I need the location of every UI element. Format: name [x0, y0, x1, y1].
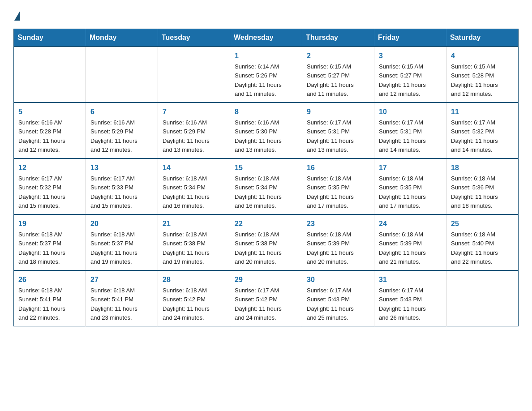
calendar-day-cell: 19Sunrise: 6:18 AM Sunset: 5:37 PM Dayli…	[14, 214, 86, 270]
calendar-day-cell: 3Sunrise: 6:15 AM Sunset: 5:27 PM Daylig…	[374, 47, 446, 103]
day-info: Sunrise: 6:18 AM Sunset: 5:39 PM Dayligh…	[307, 231, 354, 265]
calendar-day-cell: 8Sunrise: 6:16 AM Sunset: 5:30 PM Daylig…	[230, 103, 302, 158]
day-info: Sunrise: 6:18 AM Sunset: 5:34 PM Dayligh…	[235, 175, 282, 209]
day-number: 5	[18, 107, 81, 117]
day-number: 26	[18, 274, 81, 285]
day-info: Sunrise: 6:14 AM Sunset: 5:26 PM Dayligh…	[235, 63, 282, 97]
calendar-day-cell: 28Sunrise: 6:18 AM Sunset: 5:42 PM Dayli…	[158, 270, 230, 326]
day-number: 25	[451, 218, 514, 229]
calendar-day-cell: 23Sunrise: 6:18 AM Sunset: 5:39 PM Dayli…	[302, 214, 374, 270]
day-of-week-header-thursday: Thursday	[302, 29, 374, 47]
day-number: 13	[90, 163, 153, 173]
day-number: 30	[307, 274, 369, 285]
day-info: Sunrise: 6:18 AM Sunset: 5:38 PM Dayligh…	[235, 231, 282, 265]
calendar-empty-cell	[158, 47, 230, 103]
day-info: Sunrise: 6:15 AM Sunset: 5:27 PM Dayligh…	[307, 63, 354, 97]
day-of-week-header-saturday: Saturday	[446, 29, 519, 47]
day-info: Sunrise: 6:17 AM Sunset: 5:32 PM Dayligh…	[18, 175, 65, 209]
day-info: Sunrise: 6:16 AM Sunset: 5:28 PM Dayligh…	[18, 119, 65, 153]
calendar-empty-cell	[86, 47, 158, 103]
calendar-day-cell: 2Sunrise: 6:15 AM Sunset: 5:27 PM Daylig…	[302, 47, 374, 103]
calendar-day-cell: 13Sunrise: 6:17 AM Sunset: 5:33 PM Dayli…	[86, 158, 158, 214]
day-number: 28	[163, 274, 225, 285]
day-info: Sunrise: 6:17 AM Sunset: 5:31 PM Dayligh…	[379, 119, 426, 153]
day-info: Sunrise: 6:18 AM Sunset: 5:41 PM Dayligh…	[90, 287, 137, 321]
day-info: Sunrise: 6:18 AM Sunset: 5:40 PM Dayligh…	[451, 231, 498, 265]
day-number: 7	[163, 107, 225, 117]
day-info: Sunrise: 6:17 AM Sunset: 5:43 PM Dayligh…	[379, 287, 426, 321]
day-of-week-header-monday: Monday	[86, 29, 158, 47]
calendar-day-cell: 16Sunrise: 6:18 AM Sunset: 5:35 PM Dayli…	[302, 158, 374, 214]
calendar-day-cell: 24Sunrise: 6:18 AM Sunset: 5:39 PM Dayli…	[374, 214, 446, 270]
day-number: 22	[235, 218, 297, 229]
day-of-week-header-friday: Friday	[374, 29, 446, 47]
day-info: Sunrise: 6:18 AM Sunset: 5:35 PM Dayligh…	[307, 175, 354, 209]
calendar-week-row: 12Sunrise: 6:17 AM Sunset: 5:32 PM Dayli…	[14, 158, 519, 214]
day-info: Sunrise: 6:17 AM Sunset: 5:33 PM Dayligh…	[90, 175, 137, 209]
day-info: Sunrise: 6:18 AM Sunset: 5:37 PM Dayligh…	[90, 231, 137, 265]
calendar-day-cell: 21Sunrise: 6:18 AM Sunset: 5:38 PM Dayli…	[158, 214, 230, 270]
calendar-day-cell: 15Sunrise: 6:18 AM Sunset: 5:34 PM Dayli…	[230, 158, 302, 214]
calendar-empty-cell	[14, 47, 86, 103]
day-number: 14	[163, 163, 225, 173]
calendar-day-cell: 10Sunrise: 6:17 AM Sunset: 5:31 PM Dayli…	[374, 103, 446, 158]
calendar-day-cell: 27Sunrise: 6:18 AM Sunset: 5:41 PM Dayli…	[86, 270, 158, 326]
calendar-day-cell: 20Sunrise: 6:18 AM Sunset: 5:37 PM Dayli…	[86, 214, 158, 270]
calendar-day-cell: 31Sunrise: 6:17 AM Sunset: 5:43 PM Dayli…	[374, 270, 446, 326]
day-number: 29	[235, 274, 297, 285]
calendar-day-cell: 17Sunrise: 6:18 AM Sunset: 5:35 PM Dayli…	[374, 158, 446, 214]
day-info: Sunrise: 6:18 AM Sunset: 5:42 PM Dayligh…	[163, 287, 210, 321]
day-number: 24	[379, 218, 442, 229]
calendar-day-cell: 7Sunrise: 6:16 AM Sunset: 5:29 PM Daylig…	[158, 103, 230, 158]
day-number: 12	[18, 163, 81, 173]
day-number: 23	[307, 218, 369, 229]
calendar-week-row: 26Sunrise: 6:18 AM Sunset: 5:41 PM Dayli…	[14, 270, 519, 326]
day-info: Sunrise: 6:15 AM Sunset: 5:28 PM Dayligh…	[451, 63, 498, 97]
calendar-day-cell: 29Sunrise: 6:17 AM Sunset: 5:42 PM Dayli…	[230, 270, 302, 326]
day-number: 9	[307, 107, 369, 117]
calendar-day-cell: 4Sunrise: 6:15 AM Sunset: 5:28 PM Daylig…	[446, 47, 519, 103]
header	[13, 9, 519, 21]
day-info: Sunrise: 6:17 AM Sunset: 5:31 PM Dayligh…	[307, 119, 354, 153]
day-number: 1	[235, 51, 297, 61]
page: SundayMondayTuesdayWednesdayThursdayFrid…	[0, 0, 532, 411]
day-number: 10	[379, 107, 442, 117]
calendar-week-row: 1Sunrise: 6:14 AM Sunset: 5:26 PM Daylig…	[14, 47, 519, 103]
day-number: 15	[235, 163, 297, 173]
day-number: 31	[379, 274, 442, 285]
calendar-day-cell: 11Sunrise: 6:17 AM Sunset: 5:32 PM Dayli…	[446, 103, 519, 158]
day-number: 19	[18, 218, 81, 229]
calendar-header-row: SundayMondayTuesdayWednesdayThursdayFrid…	[14, 29, 519, 47]
day-of-week-header-wednesday: Wednesday	[230, 29, 302, 47]
day-number: 17	[379, 163, 442, 173]
calendar-day-cell: 9Sunrise: 6:17 AM Sunset: 5:31 PM Daylig…	[302, 103, 374, 158]
day-number: 18	[451, 163, 514, 173]
day-number: 16	[307, 163, 369, 173]
day-number: 3	[379, 51, 442, 61]
calendar-day-cell: 26Sunrise: 6:18 AM Sunset: 5:41 PM Dayli…	[14, 270, 86, 326]
calendar-day-cell: 14Sunrise: 6:18 AM Sunset: 5:34 PM Dayli…	[158, 158, 230, 214]
day-info: Sunrise: 6:18 AM Sunset: 5:37 PM Dayligh…	[18, 231, 65, 265]
calendar-day-cell: 30Sunrise: 6:17 AM Sunset: 5:43 PM Dayli…	[302, 270, 374, 326]
day-info: Sunrise: 6:18 AM Sunset: 5:38 PM Dayligh…	[163, 231, 210, 265]
calendar-day-cell: 18Sunrise: 6:18 AM Sunset: 5:36 PM Dayli…	[446, 158, 519, 214]
day-info: Sunrise: 6:18 AM Sunset: 5:39 PM Dayligh…	[379, 231, 426, 265]
day-of-week-header-sunday: Sunday	[14, 29, 86, 47]
calendar-day-cell: 6Sunrise: 6:16 AM Sunset: 5:29 PM Daylig…	[86, 103, 158, 158]
day-number: 11	[451, 107, 514, 117]
day-info: Sunrise: 6:18 AM Sunset: 5:35 PM Dayligh…	[379, 175, 426, 209]
day-number: 6	[90, 107, 153, 117]
day-info: Sunrise: 6:17 AM Sunset: 5:32 PM Dayligh…	[451, 119, 498, 153]
day-info: Sunrise: 6:18 AM Sunset: 5:34 PM Dayligh…	[163, 175, 210, 209]
day-info: Sunrise: 6:17 AM Sunset: 5:43 PM Dayligh…	[307, 287, 354, 321]
calendar-week-row: 5Sunrise: 6:16 AM Sunset: 5:28 PM Daylig…	[14, 103, 519, 158]
day-number: 8	[235, 107, 297, 117]
calendar-week-row: 19Sunrise: 6:18 AM Sunset: 5:37 PM Dayli…	[14, 214, 519, 270]
day-number: 21	[163, 218, 225, 229]
calendar-day-cell: 25Sunrise: 6:18 AM Sunset: 5:40 PM Dayli…	[446, 214, 519, 270]
logo-triangle-icon	[14, 11, 20, 21]
calendar-table: SundayMondayTuesdayWednesdayThursdayFrid…	[13, 29, 519, 326]
day-info: Sunrise: 6:18 AM Sunset: 5:41 PM Dayligh…	[18, 287, 65, 321]
day-number: 20	[90, 218, 153, 229]
day-info: Sunrise: 6:18 AM Sunset: 5:36 PM Dayligh…	[451, 175, 498, 209]
